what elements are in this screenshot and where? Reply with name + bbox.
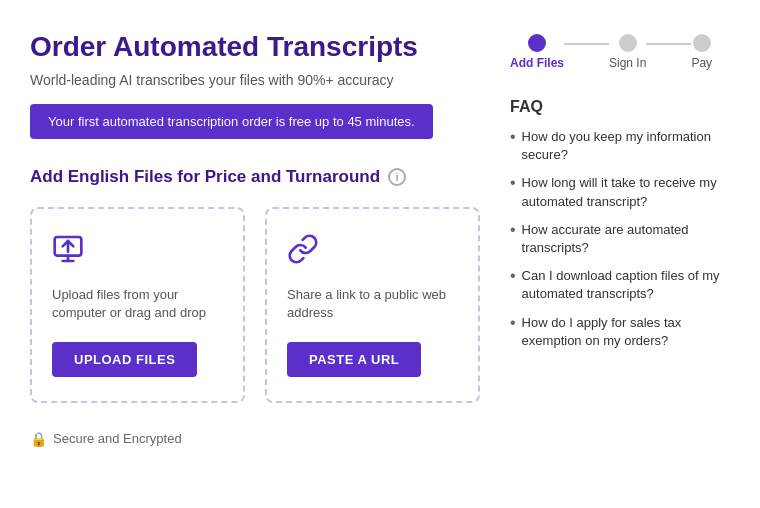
main-content: Order Automated Transcripts World-leadin…: [30, 30, 480, 447]
step-circle-add-files: [528, 34, 546, 52]
step-circle-sign-in: [619, 34, 637, 52]
step-line-2: [646, 43, 691, 45]
faq-item-1[interactable]: • How long will it take to receive my au…: [510, 174, 730, 210]
faq-bullet-3: •: [510, 268, 516, 284]
faq-bullet-1: •: [510, 175, 516, 191]
lock-icon: 🔒: [30, 431, 47, 447]
subtitle: World-leading AI transcribes your files …: [30, 72, 480, 88]
faq-bullet-4: •: [510, 315, 516, 331]
step-label-pay: Pay: [691, 56, 712, 70]
faq-item-0[interactable]: • How do you keep my information secure?: [510, 128, 730, 164]
section-title: Add English Files for Price and Turnarou…: [30, 167, 480, 187]
step-sign-in: Sign In: [609, 34, 646, 70]
upload-cards: Upload files from your computer or drag …: [30, 207, 480, 403]
sidebar: Add Files Sign In Pay FAQ • How do you k…: [510, 30, 730, 447]
faq-item-2[interactable]: • How accurate are automated transcripts…: [510, 221, 730, 257]
faq-item-3[interactable]: • Can I download caption files of my aut…: [510, 267, 730, 303]
faq-list: • How do you keep my information secure?…: [510, 128, 730, 350]
promo-banner[interactable]: Your first automated transcription order…: [30, 104, 433, 139]
faq-item-text-2: How accurate are automated transcripts?: [522, 221, 730, 257]
step-pay: Pay: [691, 34, 712, 70]
upload-card-description: Upload files from your computer or drag …: [52, 286, 223, 322]
faq-bullet-2: •: [510, 222, 516, 238]
upload-card-files: Upload files from your computer or drag …: [30, 207, 245, 403]
faq-section: FAQ • How do you keep my information sec…: [510, 98, 730, 350]
url-card-description: Share a link to a public web address: [287, 286, 458, 322]
faq-item-text-4: How do I apply for sales tax exemption o…: [522, 314, 730, 350]
info-icon[interactable]: i: [388, 168, 406, 186]
link-icon: [287, 233, 319, 272]
stepper: Add Files Sign In Pay: [510, 30, 730, 70]
monitor-icon: [52, 233, 84, 272]
paste-url-button[interactable]: PASTE A URL: [287, 342, 421, 377]
faq-bullet-0: •: [510, 129, 516, 145]
step-add-files: Add Files: [510, 34, 564, 70]
faq-item-text-3: Can I download caption files of my autom…: [522, 267, 730, 303]
faq-item-text-0: How do you keep my information secure?: [522, 128, 730, 164]
page-title: Order Automated Transcripts: [30, 30, 480, 64]
step-line-1: [564, 43, 609, 45]
step-label-sign-in: Sign In: [609, 56, 646, 70]
faq-item-4[interactable]: • How do I apply for sales tax exemption…: [510, 314, 730, 350]
secure-note: 🔒 Secure and Encrypted: [30, 431, 480, 447]
step-circle-pay: [693, 34, 711, 52]
upload-card-url: Share a link to a public web address PAS…: [265, 207, 480, 403]
section-title-text: Add English Files for Price and Turnarou…: [30, 167, 380, 187]
faq-title: FAQ: [510, 98, 730, 116]
secure-note-text: Secure and Encrypted: [53, 431, 182, 446]
step-label-add-files: Add Files: [510, 56, 564, 70]
faq-item-text-1: How long will it take to receive my auto…: [522, 174, 730, 210]
upload-files-button[interactable]: UPLOAD FILES: [52, 342, 197, 377]
